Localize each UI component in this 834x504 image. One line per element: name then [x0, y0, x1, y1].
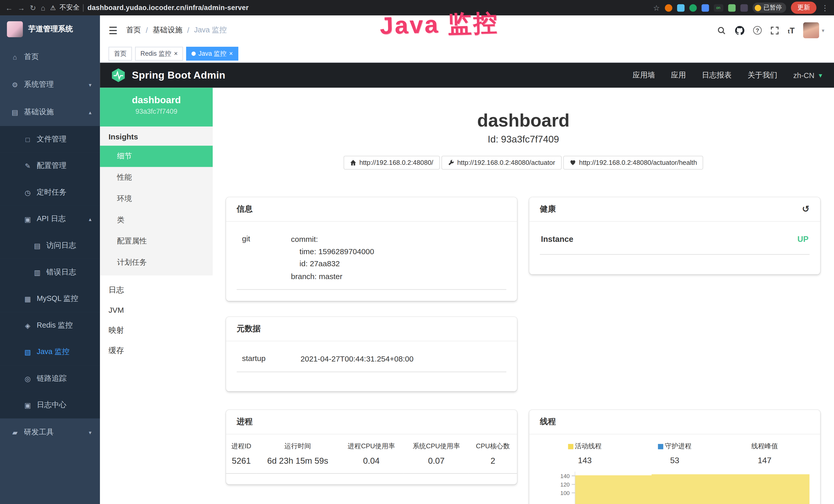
sidebar-item-log-center[interactable]: ▣ 日志中心: [0, 392, 100, 418]
insights-item-classes[interactable]: 类: [100, 209, 213, 231]
threads-legend: 活动线程 143 守护进程 53: [540, 442, 810, 465]
reload-icon[interactable]: ↻: [30, 4, 36, 12]
sba-nav-about[interactable]: 关于我们: [747, 70, 777, 80]
fullscreen-icon[interactable]: [770, 26, 779, 35]
tab-label: 首页: [114, 49, 127, 58]
font-size-icon[interactable]: tT: [788, 26, 795, 35]
process-card: 进程 进程ID 运行时间 进程CPU使用率 系统CPU使用率 CPU核心数 52…: [226, 410, 517, 484]
threads-card-title: 线程: [540, 417, 556, 427]
help-icon[interactable]: ?: [753, 26, 762, 35]
browser-home-icon[interactable]: ⌂: [41, 4, 45, 12]
sidebar-item-label: Java 监控: [37, 347, 69, 357]
group-item-logs[interactable]: 日志: [100, 280, 213, 300]
sidebar-item-label: 系统管理: [24, 80, 54, 89]
sidebar-item-java-monitor[interactable]: ▧ Java 监控: [0, 339, 100, 365]
sba-nav: 应用墙 应用 日志报表 关于我们 zh-CN ▼: [633, 70, 824, 80]
tab-label: Redis 监控: [140, 49, 171, 58]
app-logo[interactable]: 芋道管理系统: [0, 16, 100, 43]
cards-grid: 信息 git commit: time: 1596289704000 id: 2…: [213, 197, 834, 504]
insights-item-environment[interactable]: 环境: [100, 188, 213, 209]
sidebar-item-label: 文件管理: [37, 135, 67, 144]
sidebar-item-label: 日志中心: [37, 400, 67, 410]
sba-nav-journal[interactable]: 日志报表: [702, 70, 731, 80]
sidebar-item-config-management[interactable]: ✎ 配置管理: [0, 153, 100, 179]
trace-icon: ◎: [23, 374, 32, 383]
tab-redis-monitor[interactable]: Redis 监控 ×: [135, 47, 183, 61]
log-center-icon: ▣: [23, 401, 32, 409]
service-url-text: http://192.168.0.2:48080/: [359, 159, 433, 166]
sidebar-item-infrastructure[interactable]: ▤ 基础设施 ▴: [0, 98, 100, 126]
instance-header[interactable]: dashboard 93a3fc7f7409: [100, 88, 213, 127]
history-icon[interactable]: ↺: [802, 205, 810, 214]
sidebar-item-dev-tools[interactable]: ▰ 研发工具 ▾: [0, 418, 100, 446]
service-url-link[interactable]: http://192.168.0.2:48080/: [344, 156, 440, 170]
security-label[interactable]: 不安全: [60, 3, 80, 12]
update-button[interactable]: 更新: [791, 2, 816, 14]
insights-item-metrics[interactable]: 性能: [100, 167, 213, 188]
sidebar-item-system[interactable]: ⚙ 系统管理 ▾: [0, 71, 100, 98]
insights-item-config-props[interactable]: 配置属性: [100, 231, 213, 252]
sba-nav-wallboard[interactable]: 应用墙: [633, 70, 655, 80]
sidebar-item-home[interactable]: ⌂ 首页: [0, 43, 100, 71]
sidebar-item-error-log[interactable]: ▥ 错误日志: [0, 259, 100, 285]
address-bar[interactable]: ⚠ 不安全 dashboard.yudao.iocoder.cn/infra/a…: [50, 3, 648, 12]
sba-nav-applications[interactable]: 应用: [671, 70, 686, 80]
extension-icon[interactable]: [677, 4, 684, 12]
extension-on-icon[interactable]: on: [714, 4, 723, 12]
extension-icon[interactable]: [689, 4, 697, 12]
group-item-jvm[interactable]: JVM: [100, 300, 213, 320]
api-log-icon: ▣: [23, 215, 32, 223]
sidebar-item-label: 错误日志: [46, 268, 76, 277]
sidebar-item-label: Redis 监控: [37, 321, 73, 330]
tab-home[interactable]: 首页: [108, 47, 132, 61]
group-item-caches[interactable]: 缓存: [100, 340, 213, 361]
sidebar-item-access-log[interactable]: ▤ 访问日志: [0, 232, 100, 259]
paused-badge[interactable]: 已暂停: [752, 3, 786, 13]
tab-java-monitor[interactable]: Java 监控 ×: [186, 47, 238, 61]
menu-dots-icon[interactable]: ⋮: [821, 4, 829, 12]
insights-item-details[interactable]: 细节: [100, 145, 213, 167]
forward-icon[interactable]: →: [18, 4, 25, 12]
url-text[interactable]: dashboard.yudao.iocoder.cn/infra/admin-s…: [88, 4, 249, 12]
sidebar-item-scheduled-tasks[interactable]: ◷ 定时任务: [0, 179, 100, 206]
divider: [83, 4, 84, 12]
group-item-mappings[interactable]: 映射: [100, 320, 213, 340]
extension-icon[interactable]: [728, 4, 736, 12]
bookmark-star-icon[interactable]: ☆: [653, 4, 660, 12]
github-icon[interactable]: [734, 25, 745, 35]
health-card: 健康 ↺ Instance UP: [529, 197, 820, 274]
extension-icon[interactable]: [701, 4, 709, 12]
actuator-url-link[interactable]: http://192.168.0.2:48080/actuator: [441, 156, 562, 170]
search-icon[interactable]: [717, 26, 726, 35]
sidebar-item-tracing[interactable]: ◎ 链路追踪: [0, 365, 100, 392]
user-menu[interactable]: ▾: [803, 22, 825, 38]
health-card-body: Instance UP: [529, 222, 820, 255]
insights-item-scheduled-tasks[interactable]: 计划任务: [100, 252, 213, 273]
column-header: 进程CPU使用率: [339, 435, 404, 452]
process-uptime: 6d 23h 15m 59s: [257, 452, 339, 474]
hamburger-icon[interactable]: ☰: [100, 24, 126, 37]
extension-icon[interactable]: [664, 4, 672, 12]
sidebar-item-api-log[interactable]: ▣ API 日志 ▴: [0, 206, 100, 232]
sidebar-groups: 日志 JVM 映射 缓存: [100, 280, 213, 361]
infrastructure-icon: ▤: [10, 108, 19, 116]
breadcrumb-item[interactable]: 基础设施: [153, 25, 182, 35]
health-url-link[interactable]: http://192.168.0.2:48080/actuator/health: [563, 156, 703, 170]
locale-selector[interactable]: zh-CN ▼: [793, 71, 823, 79]
sidebar-item-file-management[interactable]: □ 文件管理: [0, 126, 100, 153]
breadcrumb-item[interactable]: 首页: [126, 25, 141, 35]
y-axis-tick: 100: [561, 490, 570, 496]
sba-brand[interactable]: Spring Boot Admin: [111, 68, 225, 83]
breadcrumb-separator: /: [146, 26, 148, 35]
back-icon[interactable]: ←: [5, 4, 13, 12]
sidebar-item-mysql-monitor[interactable]: ▦ MySQL 监控: [0, 285, 100, 312]
screen: ← → ↻ ⌂ ⚠ 不安全 dashboard.yudao.iocoder.cn…: [0, 0, 834, 504]
sidebar-item-redis-monitor[interactable]: ◈ Redis 监控: [0, 312, 100, 339]
extension-icon[interactable]: [740, 4, 748, 12]
tab-close-icon[interactable]: ×: [229, 51, 233, 57]
chevron-down-icon: ▾: [822, 27, 824, 33]
wrench-icon: [448, 159, 454, 166]
table-header-row: 进程ID 运行时间 进程CPU使用率 系统CPU使用率 CPU核心数: [226, 435, 517, 452]
main-content: dashboard Id: 93a3fc7f7409 http://192.16…: [213, 88, 834, 504]
tab-close-icon[interactable]: ×: [174, 51, 178, 57]
